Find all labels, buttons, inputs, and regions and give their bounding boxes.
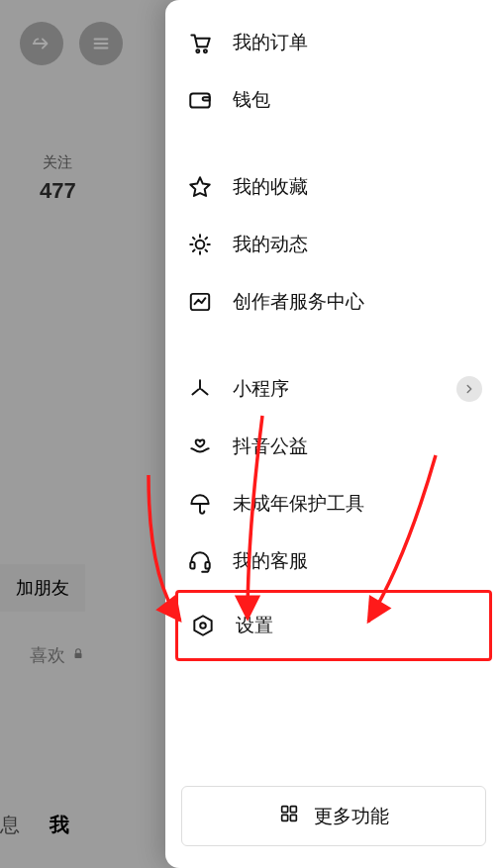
menu-item-label: 钱包 — [233, 87, 270, 113]
spark-icon — [185, 374, 215, 404]
svg-line-13 — [205, 249, 207, 251]
star-icon — [185, 172, 215, 202]
menu-item-miniapp[interactable]: 小程序 — [175, 360, 492, 418]
follow-stat[interactable]: 关注 477 — [40, 153, 76, 204]
menu-item-favorites[interactable]: 我的收藏 — [175, 158, 492, 216]
tab-messages[interactable]: 息 — [0, 812, 20, 838]
menu-item-label: 我的订单 — [233, 30, 308, 55]
follow-count: 477 — [40, 178, 76, 204]
menu-item-settings[interactable]: 设置 — [175, 590, 492, 661]
svg-rect-24 — [282, 807, 288, 813]
bottom-tabs: 息 我 — [0, 812, 69, 838]
menu-item-charity[interactable]: 抖音公益 — [175, 418, 492, 475]
side-drawer: 我的订单 钱包 我的收藏 我的动态 创作者服务中心 — [165, 0, 502, 868]
tab-me[interactable]: 我 — [50, 812, 69, 838]
chart-icon — [185, 287, 215, 317]
menu-item-minor[interactable]: 未成年保护工具 — [175, 475, 492, 532]
svg-rect-25 — [290, 807, 296, 813]
menu-item-label: 设置 — [236, 613, 273, 638]
cart-icon — [185, 28, 215, 57]
menu-item-label: 我的收藏 — [233, 174, 308, 200]
svg-point-23 — [200, 623, 206, 628]
likes-label: 喜欢 — [30, 643, 65, 667]
lock-icon — [71, 645, 85, 666]
likes-tab[interactable]: 喜欢 — [30, 643, 85, 667]
add-friend-button[interactable]: 加朋友 — [0, 564, 85, 612]
settings-icon — [188, 611, 218, 640]
menu-item-creator[interactable]: 创作者服务中心 — [175, 273, 492, 331]
grid-icon — [278, 803, 300, 829]
svg-marker-22 — [194, 616, 211, 635]
svg-rect-27 — [290, 815, 296, 820]
menu-item-label: 我的客服 — [233, 548, 308, 574]
svg-line-15 — [205, 238, 207, 240]
heart-hands-icon — [185, 432, 215, 461]
svg-line-12 — [193, 238, 195, 240]
menu-item-wallet[interactable]: 钱包 — [175, 71, 492, 129]
follow-label: 关注 — [40, 153, 76, 172]
more-functions-button[interactable]: 更多功能 — [181, 786, 486, 846]
svg-line-19 — [202, 390, 208, 395]
menu-item-label: 我的动态 — [233, 232, 308, 257]
menu-item-label: 抖音公益 — [233, 434, 308, 459]
chevron-right-icon — [456, 376, 482, 402]
menu-item-moments[interactable]: 我的动态 — [175, 216, 492, 273]
sun-icon — [185, 230, 215, 259]
svg-line-18 — [192, 390, 198, 395]
headset-icon — [185, 546, 215, 576]
svg-rect-26 — [282, 815, 288, 820]
svg-rect-21 — [205, 562, 209, 569]
share-button[interactable] — [20, 22, 63, 65]
svg-rect-3 — [75, 652, 82, 657]
menu-item-label: 创作者服务中心 — [233, 289, 364, 315]
svg-point-5 — [204, 49, 207, 52]
wallet-icon — [185, 85, 215, 115]
menu-item-orders[interactable]: 我的订单 — [175, 14, 492, 71]
svg-point-4 — [196, 49, 199, 52]
umbrella-icon — [185, 489, 215, 519]
menu-button[interactable] — [79, 22, 123, 65]
menu-item-support[interactable]: 我的客服 — [175, 532, 492, 590]
svg-line-14 — [193, 249, 195, 251]
menu-item-label: 小程序 — [233, 376, 289, 402]
svg-rect-20 — [190, 562, 194, 569]
svg-point-7 — [196, 241, 205, 249]
more-functions-label: 更多功能 — [314, 804, 389, 829]
menu-item-label: 未成年保护工具 — [233, 491, 364, 517]
